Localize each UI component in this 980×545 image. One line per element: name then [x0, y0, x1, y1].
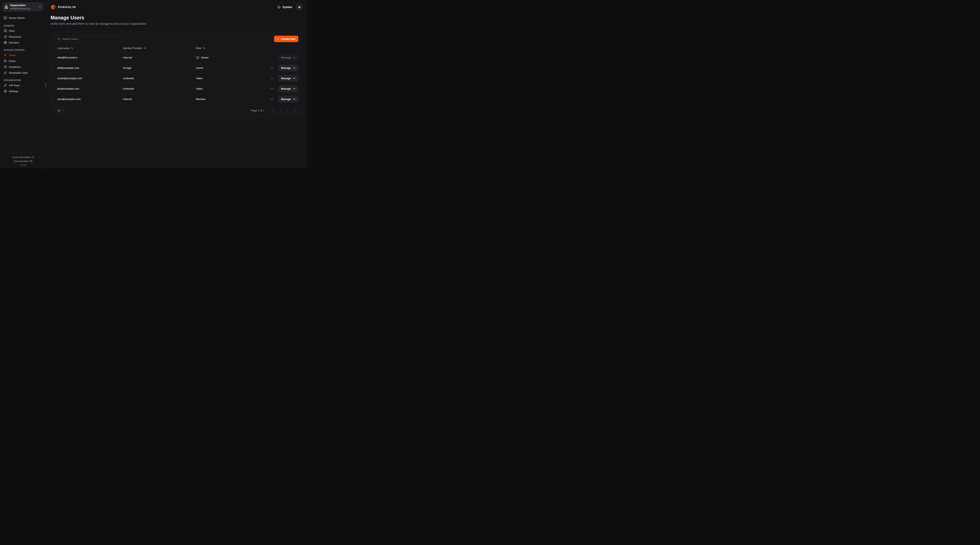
- cell-username: joe@example.com: [55, 83, 121, 94]
- page-subtitle: Invite users and add them to roles to ma…: [51, 22, 302, 25]
- sidebar-item-label: Roles: [9, 60, 16, 62]
- header-right: System M: [278, 4, 302, 10]
- page-size-select[interactable]: 20: [55, 107, 67, 114]
- manage-label: Manage: [281, 56, 291, 59]
- ellipsis-icon: [270, 87, 274, 90]
- next-page-button[interactable]: [285, 107, 291, 114]
- cell-role: Owner: [196, 53, 250, 63]
- row-actions-menu-button[interactable]: [270, 66, 274, 70]
- sidebar-scrollbar-thumb[interactable]: [46, 83, 46, 88]
- building-icon: [5, 5, 8, 9]
- cell-username: sarah@example.com: [55, 73, 121, 83]
- sidebar-item-label: Resources: [9, 35, 22, 38]
- table-row: joe@example.com Authentik Sales Manage: [55, 83, 298, 94]
- cell-role: Sales: [194, 73, 250, 83]
- arrow-right-icon: [293, 77, 296, 80]
- crown-icon: [196, 56, 199, 59]
- app-window: Organization milo@fossorial.io's ... Ser…: [0, 0, 307, 169]
- create-user-label: Create User: [281, 37, 296, 40]
- sidebar-item-label: Domains: [9, 41, 19, 44]
- manage-button[interactable]: Manage: [278, 96, 298, 102]
- user-icon: [4, 54, 7, 57]
- create-user-button[interactable]: Create User: [274, 36, 298, 42]
- brand-logo[interactable]: PANGOLIN: [51, 5, 76, 10]
- role-label: Owner: [201, 56, 209, 59]
- page-content: Manage Users Invite users and add them t…: [46, 14, 307, 118]
- search-input[interactable]: [62, 37, 123, 41]
- share-icon: [4, 35, 7, 38]
- sidebar-item-users[interactable]: Users: [3, 53, 43, 57]
- chevron-left-icon: [279, 109, 282, 112]
- manage-label: Manage: [281, 77, 291, 80]
- book-open-icon: [30, 160, 32, 163]
- column-header-role: Role: [196, 47, 202, 49]
- org-selector[interactable]: Organization milo@fossorial.io's ...: [3, 3, 43, 11]
- chevrons-up-down-icon: [38, 5, 41, 8]
- sidebar-item-label: Shareable Links: [9, 71, 28, 74]
- sidebar-item-sites[interactable]: Sites: [3, 28, 43, 33]
- chevrons-left-icon: [272, 109, 274, 112]
- sort-role[interactable]: Role: [196, 47, 205, 49]
- manage-button[interactable]: Manage: [278, 86, 298, 92]
- ellipsis-icon: [270, 77, 274, 80]
- pangolin-logo-icon: [51, 5, 56, 10]
- page-size-value: 20: [57, 109, 60, 112]
- moon-icon: [278, 5, 281, 9]
- main-area: PANGOLIN System M Manage Users Invite us…: [46, 0, 307, 169]
- ellipsis-icon: [270, 98, 274, 101]
- sidebar-item-api-keys[interactable]: API Keys: [3, 83, 43, 88]
- sidebar-item-server-admin[interactable]: Server Admin: [3, 15, 43, 21]
- table-header-row: Username Identity Provider Role: [55, 44, 298, 52]
- table-footer: 20 Page 1 of 1: [55, 107, 298, 114]
- community-edition-link[interactable]: Community Edition: [1, 156, 45, 158]
- org-selector-value: milo@fossorial.io's ...: [10, 7, 37, 10]
- row-actions-menu-button[interactable]: [270, 97, 274, 102]
- sidebar-item-roles[interactable]: Roles: [3, 59, 43, 64]
- avatar[interactable]: M: [296, 4, 302, 10]
- version-label: v1.7.0: [1, 164, 45, 166]
- top-header: PANGOLIN System M: [46, 0, 307, 14]
- page-title: Manage Users: [51, 15, 302, 21]
- theme-toggle[interactable]: System: [278, 5, 292, 9]
- table-row: cam@example.com Internal Member Manage: [55, 94, 298, 104]
- chevron-down-icon: [62, 109, 65, 112]
- search-icon: [57, 37, 60, 40]
- arrow-right-icon: [293, 67, 296, 69]
- org-selector-title: Organization: [10, 4, 37, 7]
- sidebar: Organization milo@fossorial.io's ... Ser…: [0, 0, 46, 169]
- theme-toggle-label: System: [282, 5, 292, 9]
- cell-username: milo@fossorial.io: [55, 52, 121, 63]
- cell-username: cam@example.com: [55, 94, 121, 104]
- manage-button-disabled: Manage: [278, 54, 298, 61]
- link-icon: [4, 71, 7, 74]
- sidebar-item-label: Server Admin: [9, 16, 25, 19]
- sort-username[interactable]: Username: [57, 47, 73, 49]
- section-label-general: GENERAL: [4, 24, 42, 27]
- cell-identity-provider: Authentik: [121, 83, 194, 94]
- users-card: Create User Username Identity Provider R…: [51, 31, 302, 118]
- sort-identity-provider[interactable]: Identity Provider: [123, 47, 146, 49]
- cell-identity-provider: Internal: [121, 94, 194, 104]
- sidebar-item-invitations[interactable]: Invitations: [3, 64, 43, 69]
- first-page-button[interactable]: [269, 107, 276, 114]
- community-edition-label: Community Edition: [12, 156, 31, 158]
- manage-label: Manage: [281, 87, 291, 90]
- sort-icon: [143, 47, 146, 49]
- manage-button[interactable]: Manage: [278, 75, 298, 81]
- ellipsis-icon: [270, 67, 274, 70]
- documentation-link[interactable]: Documentation: [1, 160, 45, 163]
- sidebar-item-resources[interactable]: Resources: [3, 34, 43, 39]
- row-actions-menu-button[interactable]: [270, 76, 274, 81]
- manage-button[interactable]: Manage: [278, 65, 298, 71]
- arrow-right-icon: [293, 98, 296, 100]
- sidebar-item-settings[interactable]: Settings: [3, 89, 43, 94]
- last-page-button[interactable]: [292, 107, 298, 114]
- sidebar-footer: Community Edition Documentation v1.7.0: [0, 153, 46, 169]
- documentation-label: Documentation: [14, 160, 29, 163]
- column-header-idp: Identity Provider: [123, 47, 142, 49]
- sidebar-item-domains[interactable]: Domains: [3, 40, 43, 45]
- cell-role: Member: [194, 94, 250, 104]
- sidebar-item-shareable-links[interactable]: Shareable Links: [3, 70, 43, 75]
- row-actions-menu-button[interactable]: [270, 86, 274, 91]
- previous-page-button[interactable]: [277, 107, 283, 114]
